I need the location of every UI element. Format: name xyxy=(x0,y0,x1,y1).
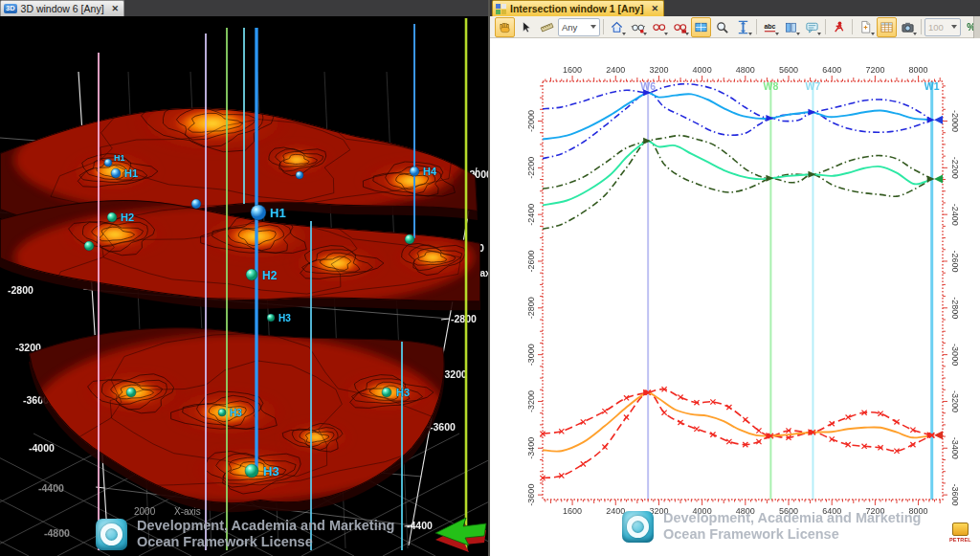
measure-ruler-icon xyxy=(540,20,554,34)
svg-text:-2800: -2800 xyxy=(451,313,477,324)
well-marker[interactable] xyxy=(267,314,275,322)
svg-text:-4400: -4400 xyxy=(38,482,64,494)
chart-axis-labels: 1600160024002400320032004000400048004800… xyxy=(526,65,960,516)
svg-text:-4000: -4000 xyxy=(29,442,55,454)
well-marker[interactable] xyxy=(191,199,201,209)
pages-button[interactable] xyxy=(781,17,801,37)
red-runner-button[interactable] xyxy=(829,17,849,37)
3d-window-icon: 3D xyxy=(4,4,17,13)
axis-arrow-marker xyxy=(934,116,943,124)
intersection-window-icon xyxy=(496,4,506,14)
well-marker[interactable] xyxy=(296,171,303,179)
toolbar-separator xyxy=(756,19,757,34)
well-marker[interactable] xyxy=(410,167,419,176)
intersection-canvas[interactable]: 1600160024002400320032004000400048004800… xyxy=(490,38,980,556)
well-marker[interactable] xyxy=(84,241,94,251)
svg-text:-2200: -2200 xyxy=(526,157,536,179)
domain-filter-select[interactable]: Any xyxy=(558,18,600,36)
select-arrow-icon xyxy=(519,20,533,34)
3d-viewport[interactable]: -2800-3200-3600-4000-4400-4800-2000-2400… xyxy=(0,16,488,556)
petrel-label: PETREL xyxy=(949,537,970,543)
new-page-button[interactable] xyxy=(856,17,876,37)
chevron-down-icon xyxy=(622,33,626,35)
chevron-down-icon xyxy=(951,25,957,29)
chevron-down-icon xyxy=(775,33,779,35)
well-label: H3 xyxy=(396,387,410,398)
chart-well-label-W8: W8 xyxy=(763,80,778,92)
toolbar-separator xyxy=(825,19,826,34)
intersection-toolbar: Anyabc100% xyxy=(490,16,974,38)
camera-button[interactable] xyxy=(898,17,918,37)
svg-text:-2200: -2200 xyxy=(950,157,960,179)
well-label: H3 xyxy=(263,464,279,478)
intersection-chart[interactable]: 1600160024002400320032004000400048004800… xyxy=(490,38,973,556)
chevron-down-icon xyxy=(796,33,800,35)
well-label: H4 xyxy=(423,166,437,177)
horizon-3-x-markers xyxy=(540,390,934,481)
3d-scene[interactable]: -2800-3200-3600-4000-4400-4800-2000-2400… xyxy=(0,16,488,556)
horizon-2-upper-envelope[interactable] xyxy=(543,136,932,189)
chevron-down-icon xyxy=(748,33,752,35)
horizon-1 xyxy=(543,84,935,159)
zoom-level-select[interactable]: 100 xyxy=(924,18,961,36)
view-glasses-b-button[interactable] xyxy=(649,17,669,37)
well-marker[interactable] xyxy=(382,388,391,397)
well-marker[interactable] xyxy=(104,159,112,167)
svg-text:-3200: -3200 xyxy=(526,390,536,412)
blue-panel-button[interactable] xyxy=(691,17,711,37)
svg-text:2400: 2400 xyxy=(606,65,625,75)
well-marker[interactable] xyxy=(251,205,266,220)
pan-hand-button[interactable] xyxy=(495,17,515,37)
magnifier-button[interactable] xyxy=(712,17,732,37)
chevron-down-icon xyxy=(664,33,668,35)
close-icon[interactable]: ✕ xyxy=(651,4,658,13)
well-marker[interactable] xyxy=(126,388,136,397)
svg-text:2400: 2400 xyxy=(606,506,625,516)
tab-3d-window[interactable]: 3D 3D window 6 [Any] ✕ xyxy=(0,0,124,16)
svg-text:8000: 8000 xyxy=(909,65,928,75)
toolbar-separator xyxy=(603,19,604,34)
select-arrow-button[interactable] xyxy=(516,17,536,37)
horizon-1-lower-envelope[interactable] xyxy=(543,93,932,159)
horizon-3-lower-envelope[interactable] xyxy=(543,392,932,478)
home-button[interactable] xyxy=(607,17,627,37)
chevron-down-icon xyxy=(643,33,647,35)
svg-text:7200: 7200 xyxy=(865,506,884,516)
table-grid-button[interactable] xyxy=(877,17,897,37)
table-grid-icon xyxy=(880,20,894,34)
well-marker[interactable] xyxy=(405,234,414,244)
horizon-2-mean-curve[interactable] xyxy=(543,141,932,205)
well-marker[interactable] xyxy=(246,269,257,280)
svg-text:-3600: -3600 xyxy=(950,484,960,506)
view-glasses-a-button[interactable] xyxy=(628,17,648,37)
well-label: H1 xyxy=(270,206,286,220)
svg-text:4000: 4000 xyxy=(693,506,712,516)
horizon-3-mean-curve[interactable] xyxy=(543,392,932,451)
horizon-2 xyxy=(543,136,935,230)
toolbar-separator xyxy=(852,19,853,34)
svg-text:-2600: -2600 xyxy=(526,250,536,272)
petrel-badge: PETREL xyxy=(949,523,970,543)
svg-text:-2800: -2800 xyxy=(526,297,536,319)
svg-text:-2800: -2800 xyxy=(8,284,33,296)
well-marker[interactable] xyxy=(218,409,226,416)
comment-bubble-button[interactable] xyxy=(802,17,822,37)
well-marker[interactable] xyxy=(111,168,121,178)
axis-arrow-marker xyxy=(934,175,943,184)
svg-text:-2000: -2000 xyxy=(950,110,960,132)
horizon-2-lower-envelope[interactable] xyxy=(543,141,932,229)
vertical-fit-button[interactable] xyxy=(733,17,753,37)
chevron-down-icon xyxy=(685,33,689,35)
tab-intersection-window[interactable]: Intersection window 1 [Any] ✕ xyxy=(492,0,664,16)
view-glasses-c-button[interactable] xyxy=(670,17,690,37)
well-marker[interactable] xyxy=(245,464,258,478)
well-marker[interactable] xyxy=(107,212,117,222)
select-value: Any xyxy=(562,22,587,33)
svg-text:8000: 8000 xyxy=(909,506,928,516)
close-icon[interactable]: ✕ xyxy=(112,4,120,13)
well-label: H1 xyxy=(114,153,125,163)
svg-text:1600: 1600 xyxy=(563,65,582,75)
measure-ruler-button[interactable] xyxy=(537,17,557,37)
abc-annotation-button[interactable]: abc xyxy=(760,17,780,37)
svg-text:7200: 7200 xyxy=(865,65,884,75)
